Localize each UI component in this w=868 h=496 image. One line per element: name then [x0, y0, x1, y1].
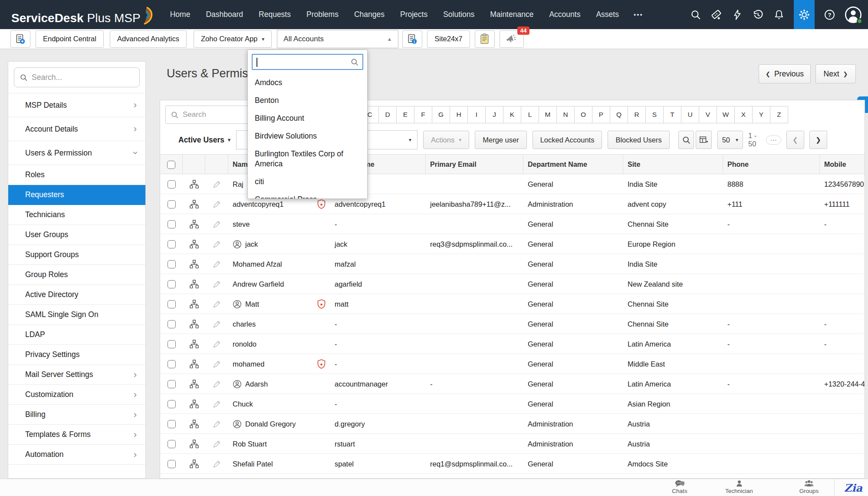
org-chart-cell[interactable]	[183, 434, 205, 454]
advanced-analytics-button[interactable]: Advanced Analytics	[110, 30, 187, 48]
app-logo[interactable]: ServiceDesk Plus MSP	[11, 4, 155, 25]
letter-filter[interactable]: H	[450, 106, 468, 123]
edit-cell[interactable]	[205, 274, 228, 294]
row-checkbox[interactable]	[168, 220, 176, 228]
settings-gear-active[interactable]	[794, 0, 815, 29]
user-avatar[interactable]	[845, 6, 862, 23]
edit-cell[interactable]	[205, 354, 228, 374]
edit-cell[interactable]	[205, 194, 228, 214]
edit-cell[interactable]	[205, 374, 228, 394]
account-option[interactable]: Burlington Textiles Corp of America	[248, 145, 367, 173]
row-checkbox[interactable]	[168, 180, 176, 188]
row-checkbox[interactable]	[168, 340, 176, 348]
search-icon[interactable]	[690, 9, 701, 20]
sidebar-item[interactable]: MSP Details › ›	[8, 93, 145, 117]
letter-filter[interactable]: P	[592, 106, 610, 123]
letter-filter[interactable]: I	[467, 106, 486, 123]
previous-button[interactable]: ❮ Previous	[759, 64, 811, 83]
sidebar-item[interactable]: Group Roles › ›	[8, 265, 145, 285]
org-chart-cell[interactable]	[183, 414, 205, 434]
org-chart-cell[interactable]	[183, 474, 205, 479]
locked-accounts-button[interactable]: Locked Accounts	[533, 131, 602, 149]
letter-filter[interactable]: E	[396, 106, 414, 123]
edit-cell[interactable]	[205, 454, 228, 474]
nav-item[interactable]: Dashboard	[206, 10, 243, 19]
sidebar-search-box[interactable]	[14, 67, 140, 87]
sidebar-item[interactable]: Templates & Forms › ›	[8, 425, 145, 445]
edit-cell[interactable]	[205, 174, 228, 194]
sidebar-item[interactable]: Automation › ›	[8, 445, 145, 465]
nav-item[interactable]: Projects	[400, 10, 427, 19]
column-header-department[interactable]: Department Name	[523, 155, 623, 175]
letter-filter[interactable]: X	[734, 106, 753, 123]
page-size-selector[interactable]: 50 ▾	[717, 131, 743, 149]
column-header-site[interactable]: Site	[623, 155, 723, 175]
chats-button[interactable]: Chats	[660, 480, 699, 494]
letter-filter[interactable]: S	[645, 106, 664, 123]
nav-item[interactable]: Problems	[306, 10, 339, 19]
sidebar-item[interactable]: LDAP › ›	[8, 325, 145, 345]
account-option[interactable]: citi	[248, 173, 367, 191]
account-option[interactable]: Billing Account	[248, 109, 367, 127]
letter-filter[interactable]: Z	[770, 106, 788, 123]
letter-filter[interactable]: K	[503, 106, 521, 123]
letter-filter[interactable]: Q	[610, 106, 628, 123]
org-chart-cell[interactable]	[183, 214, 205, 234]
edit-cell[interactable]	[205, 414, 228, 434]
sidebar-item[interactable]: Privacy Settings › ›	[8, 345, 145, 365]
org-chart-cell[interactable]	[183, 234, 205, 254]
nav-item[interactable]: Requests	[259, 10, 291, 19]
zoho-creator-app-button[interactable]: Zoho Creator App ▾	[194, 30, 272, 48]
account-option[interactable]: Commercial Press	[248, 191, 367, 199]
account-option[interactable]: Benton	[248, 92, 367, 109]
nav-item[interactable]: Solutions	[443, 10, 474, 19]
row-checkbox[interactable]	[168, 280, 176, 288]
org-chart-cell[interactable]	[183, 294, 205, 314]
sidebar-item[interactable]: Billing › ›	[8, 405, 145, 425]
technician-button[interactable]: Technician	[720, 480, 759, 494]
letter-filter[interactable]: F	[414, 106, 432, 123]
row-checkbox[interactable]	[168, 200, 176, 208]
account-search-box[interactable]	[252, 54, 363, 70]
sidebar-item[interactable]: SAML Single Sign On › ›	[8, 305, 145, 325]
nav-item[interactable]: Home	[170, 10, 191, 19]
actions-menu-button[interactable]: Actions ▾	[423, 131, 469, 149]
blocked-users-button[interactable]: Blocked Users	[608, 131, 669, 149]
letter-filter[interactable]: U	[681, 106, 699, 123]
letter-filter[interactable]: O	[574, 106, 592, 123]
sidebar-item[interactable]: Users & Permission › ›	[8, 141, 145, 165]
account-option[interactable]: Birdview Solutions	[248, 127, 367, 145]
letter-filter[interactable]: R	[628, 106, 646, 123]
org-chart-cell[interactable]	[183, 174, 205, 194]
column-chooser-button[interactable]	[696, 131, 711, 149]
announcement-button[interactable]: 44	[500, 30, 524, 48]
letter-filter[interactable]: L	[521, 106, 539, 123]
range-more-button[interactable]: ⋯	[766, 136, 781, 145]
sidebar-item[interactable]: Roles › ›	[8, 165, 145, 185]
account-filter-combobox[interactable]: All Accounts ▲	[277, 30, 398, 48]
edit-cell[interactable]	[205, 254, 228, 274]
sidebar-item[interactable]: Technicians › ›	[8, 205, 145, 225]
org-chart-cell[interactable]	[183, 254, 205, 274]
nav-item[interactable]: Changes	[354, 10, 385, 19]
column-header-email[interactable]: Primary Email	[426, 155, 523, 175]
sidebar-search-input[interactable]	[32, 73, 132, 82]
column-header-phone[interactable]: Phone	[723, 155, 820, 175]
table-search-button[interactable]	[678, 131, 694, 149]
org-chart-cell[interactable]	[183, 274, 205, 294]
add-request-doc-button[interactable]	[10, 30, 30, 48]
row-checkbox[interactable]	[168, 240, 176, 248]
edit-cell[interactable]	[205, 394, 228, 414]
groups-button[interactable]: Groups	[789, 480, 829, 494]
letter-filter[interactable]: T	[663, 106, 681, 123]
letter-filter[interactable]: D	[378, 106, 397, 123]
sidebar-item[interactable]: Requesters › ›	[8, 185, 145, 205]
letter-filter[interactable]: V	[699, 106, 717, 123]
help-icon[interactable]: ?	[824, 9, 835, 20]
letter-filter[interactable]: M	[539, 106, 557, 123]
letter-filter[interactable]: J	[485, 106, 503, 123]
sidebar-item[interactable]: Active Directory › ›	[8, 285, 145, 305]
account-search-input[interactable]	[257, 56, 350, 68]
org-chart-cell[interactable]	[183, 314, 205, 334]
org-chart-cell[interactable]	[183, 454, 205, 474]
